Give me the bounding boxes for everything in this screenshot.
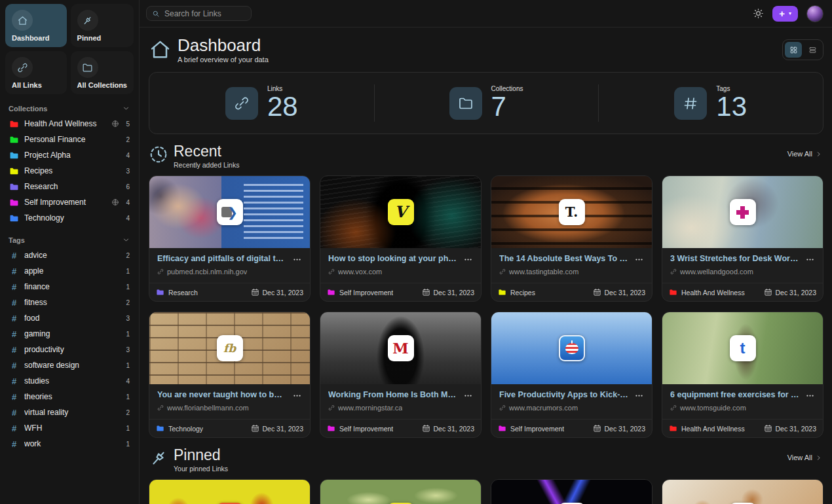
collection-name: Health And Wellness <box>24 119 106 128</box>
folder-icon <box>82 62 93 73</box>
collection-item-technology[interactable]: Technology4 <box>5 210 134 226</box>
tag-count: 3 <box>124 315 130 322</box>
collections-header-label: Collections <box>9 105 47 113</box>
card-collection-chip[interactable]: Health And Wellness <box>669 424 745 433</box>
user-avatar[interactable] <box>806 5 823 22</box>
card-menu-button[interactable] <box>463 255 473 264</box>
search-icon <box>152 10 160 18</box>
card-collection-chip[interactable]: Research <box>156 288 198 297</box>
recent-view-all-link[interactable]: View All <box>787 150 822 158</box>
pinned-link-card[interactable] <box>662 479 823 504</box>
site-favicon <box>559 335 585 361</box>
tag-item-advice[interactable]: #advice2 <box>5 247 134 263</box>
hash-icon: # <box>9 282 19 292</box>
link-card[interactable]: t6 equipment free exercises for sculptin… <box>662 312 823 438</box>
pinned-view-all-link[interactable]: View All <box>787 454 822 461</box>
tag-item-finance[interactable]: #finance1 <box>5 279 134 295</box>
card-collection-chip[interactable]: Health And Wellness <box>669 288 745 297</box>
collection-item-recipes[interactable]: Recipes3 <box>5 163 134 179</box>
pinned-link-card[interactable] <box>491 479 652 504</box>
collection-item-self-improvement[interactable]: Self Improvement4 <box>5 194 134 210</box>
link-icon <box>17 62 28 73</box>
collections-section-header[interactable]: Collections <box>9 104 130 113</box>
favicon-letter: M <box>392 341 408 355</box>
home-icon <box>17 15 28 26</box>
link-url-row: www.macrumors.com <box>499 404 644 412</box>
link-url-row: www.tomsguide.com <box>670 404 815 412</box>
link-thumbnail <box>662 480 823 504</box>
card-menu-button[interactable] <box>292 391 302 401</box>
link-card[interactable]: VHow to stop looking at your phone - Vox… <box>320 175 482 302</box>
tag-item-wfh[interactable]: #WFH1 <box>5 420 134 436</box>
link-thumbnail <box>149 480 310 504</box>
search-bar[interactable] <box>146 6 252 21</box>
tag-item-gaming[interactable]: #gaming1 <box>5 326 134 342</box>
card-collection-chip[interactable]: Self Improvement <box>327 288 393 297</box>
tag-item-apple[interactable]: #apple1 <box>5 263 134 279</box>
tag-count: 1 <box>124 425 130 432</box>
collection-name: Self Improvement <box>510 425 564 433</box>
sidebar-item-dashboard[interactable]: Dashboard <box>5 4 67 47</box>
tags-list: #advice2#apple1#finance1#fitness2#food3#… <box>5 247 134 452</box>
collection-item-health-and-wellness[interactable]: Health And Wellness5 <box>5 116 134 132</box>
card-menu-button[interactable] <box>634 391 644 401</box>
tag-item-theories[interactable]: #theories1 <box>5 389 134 405</box>
link-card[interactable]: Five Productivity Apps to Kick-Start the… <box>491 312 652 438</box>
link-card[interactable]: MWorking From Home Is Both More and L...… <box>320 312 482 438</box>
folder-icon <box>9 151 19 160</box>
sidebar-item-all-collections[interactable]: All Collections <box>71 51 134 94</box>
page-subtitle: A brief overview of your data <box>178 56 269 63</box>
tag-item-software-design[interactable]: #software design1 <box>5 357 134 373</box>
card-menu-button[interactable] <box>463 391 473 401</box>
hash-icon: # <box>9 361 19 370</box>
tag-item-work[interactable]: #work1 <box>5 436 134 452</box>
link-card[interactable]: ❯Efficacy and pitfalls of digital techno… <box>149 175 311 302</box>
link-title: How to stop looking at your phone - Vox <box>328 254 458 263</box>
pinned-link-card[interactable] <box>320 479 482 504</box>
card-collection-chip[interactable]: Recipes <box>498 288 535 297</box>
card-collection-chip[interactable]: Self Improvement <box>327 424 393 433</box>
date-label: Dec 31, 2023 <box>605 289 645 297</box>
tag-name: productivity <box>24 345 119 354</box>
collection-item-research[interactable]: Research6 <box>5 179 134 194</box>
card-menu-button[interactable] <box>805 255 815 264</box>
calendar-icon <box>764 288 772 297</box>
search-input[interactable] <box>164 9 246 18</box>
tag-count: 1 <box>124 283 130 291</box>
date-label: Dec 31, 2023 <box>434 425 474 433</box>
collection-item-personal-finance[interactable]: Personal Finance2 <box>5 132 134 147</box>
link-thumbnail: M <box>320 312 481 384</box>
sidebar-item-pinned[interactable]: Pinned <box>71 4 134 47</box>
pinned-link-card[interactable] <box>149 479 311 504</box>
collection-item-project-alpha[interactable]: Project Alpha4 <box>5 147 134 163</box>
calendar-icon <box>593 424 601 433</box>
tag-item-food[interactable]: #food3 <box>5 310 134 326</box>
card-menu-button[interactable] <box>634 255 644 264</box>
card-menu-button[interactable] <box>292 255 302 264</box>
theme-toggle-sun-icon[interactable] <box>753 8 764 19</box>
date-label: Dec 31, 2023 <box>605 425 645 433</box>
tag-item-productivity[interactable]: #productivity3 <box>5 342 134 357</box>
collection-name: Self Improvement <box>24 198 106 207</box>
card-date: Dec 31, 2023 <box>422 424 474 433</box>
folder-icon <box>9 213 19 223</box>
sidebar-item-all-links[interactable]: All Links <box>5 51 67 94</box>
grid-view-button[interactable] <box>785 42 802 58</box>
card-collection-chip[interactable]: Technology <box>156 424 203 433</box>
add-new-button[interactable]: + ▾ <box>772 6 798 22</box>
list-view-button[interactable] <box>804 42 821 58</box>
link-card[interactable]: fbYou are never taught how to build qual… <box>149 312 311 438</box>
link-url: www.macrumors.com <box>509 404 578 412</box>
card-menu-button[interactable] <box>805 391 815 401</box>
link-card[interactable]: 3 Wrist Stretches for Desk Workers to D.… <box>662 175 823 302</box>
collection-count: 5 <box>124 120 130 128</box>
tag-item-studies[interactable]: #studies4 <box>5 373 134 389</box>
tag-item-virtual-reality[interactable]: #virtual reality2 <box>5 405 134 420</box>
folder-icon <box>458 96 474 111</box>
card-collection-chip[interactable]: Self Improvement <box>498 424 564 433</box>
pinned-subtitle: Your pinned Links <box>174 465 228 473</box>
tags-section-header[interactable]: Tags <box>9 236 130 244</box>
tag-item-fitness[interactable]: #fitness2 <box>5 295 134 310</box>
link-card[interactable]: T.The 14 Absolute Best Ways To Elevate F… <box>491 175 652 302</box>
collection-count: 6 <box>124 183 130 190</box>
